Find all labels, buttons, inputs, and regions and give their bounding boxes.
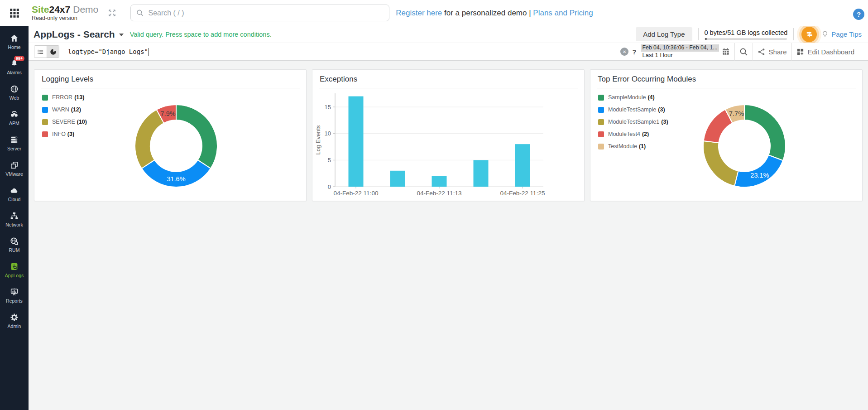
legend-label: SampleModule [608, 94, 646, 101]
sidebar-item-alarms[interactable]: 99+ Alarms [0, 54, 29, 80]
legend-count: (12) [71, 106, 81, 113]
guided-tour-icon[interactable] [801, 27, 817, 42]
legend-label: SEVERE [52, 119, 75, 125]
divider [734, 43, 735, 61]
sidebar-item-applogs[interactable]: AppLogs [0, 257, 29, 283]
sidebar-item-network[interactable]: Network [0, 207, 29, 232]
sidebar-item-server[interactable]: Server [0, 130, 29, 156]
svg-text:23.1%: 23.1% [750, 172, 769, 179]
register-here-link[interactable]: Register here [396, 9, 442, 17]
svg-text:04-Feb-22 11:25: 04-Feb-22 11:25 [500, 190, 545, 197]
edit-dashboard-button[interactable]: Edit Dashboard [796, 48, 854, 56]
top-error-modules-card: Top Error Occurring Modules SampleModule… [590, 69, 863, 201]
app-grid-icon[interactable] [9, 8, 20, 19]
site24x7-logo[interactable]: Site24x7Demo Read-only version [32, 5, 98, 21]
share-icon [758, 48, 765, 56]
query-status-text: Valid query. Press space to add more con… [130, 31, 272, 38]
legend-label: ModuleTest4 [608, 131, 640, 137]
sidebar-item-rum[interactable]: RUM [0, 232, 29, 257]
chevron-down-icon [119, 34, 124, 36]
help-icon[interactable]: ? [853, 9, 864, 20]
network-icon [10, 211, 19, 221]
calendar-icon[interactable] [722, 48, 730, 56]
share-button[interactable]: Share [758, 48, 787, 56]
svg-text:04-Feb-22 11:13: 04-Feb-22 11:13 [417, 190, 462, 197]
rum-icon [10, 236, 19, 246]
legend-count: (4) [647, 94, 654, 101]
logging-levels-donut-chart[interactable]: 31.6%7.9% [131, 101, 221, 191]
query-mode-toggle [34, 45, 59, 58]
legend-swatch [598, 95, 604, 101]
applogs-icon [10, 262, 19, 271]
readonly-label: Read-only version [32, 15, 98, 21]
plans-pricing-link[interactable]: Plans and Pricing [533, 9, 593, 17]
clear-query-icon[interactable]: ✕ [620, 48, 628, 56]
legend-swatch [42, 107, 48, 113]
global-search[interactable] [130, 5, 389, 21]
fullscreen-expand-icon[interactable] [108, 9, 116, 17]
query-help-icon[interactable]: ? [632, 48, 636, 56]
page-title-dropdown[interactable]: AppLogs - Search [34, 29, 124, 40]
legend-count: (3) [658, 106, 665, 113]
legend-item[interactable]: SampleModule(4) [598, 94, 668, 101]
add-log-type-button[interactable]: Add Log Type [636, 27, 692, 41]
vmware-icon [10, 160, 19, 170]
legend-item[interactable]: SEVERE(10) [42, 119, 87, 125]
legend-item[interactable]: ERROR(13) [42, 94, 87, 101]
legend-item[interactable]: ModuleTestSample1(3) [598, 119, 668, 125]
legend-label: TestModule [608, 143, 637, 150]
legend-label: INFO [52, 131, 66, 137]
legend-item[interactable]: WARN(12) [42, 106, 87, 113]
chart-view-icon[interactable] [47, 46, 59, 58]
card-title: Top Error Occurring Modules [598, 75, 696, 83]
legend-item[interactable]: INFO(3) [42, 131, 87, 137]
svg-text:7.9%: 7.9% [161, 110, 176, 117]
share-label: Share [769, 48, 787, 56]
logo-text: Site24x7Demo [32, 5, 98, 14]
home-icon [10, 34, 19, 43]
page-title: AppLogs - Search [34, 29, 115, 40]
lightbulb-icon [821, 30, 829, 38]
sidebar-item-home[interactable]: Home [0, 29, 29, 54]
legend-label: WARN [52, 106, 69, 113]
legend-label: ModuleTestSample1 [608, 119, 659, 125]
top-error-modules-donut-chart[interactable]: 23.1%7.7% [699, 101, 790, 191]
alarms-badge: 99+ [14, 56, 24, 61]
list-view-icon[interactable] [34, 46, 47, 58]
sidebar-nav: Home 99+ Alarms Web APM [0, 26, 29, 410]
svg-text:Log Events: Log Events [315, 125, 321, 155]
reports-icon [10, 287, 19, 297]
legend-swatch [42, 95, 48, 101]
legend-count: (3) [661, 119, 668, 125]
legend-item[interactable]: ModuleTestSample(3) [598, 106, 668, 113]
legend-item[interactable]: ModuleTest4(2) [598, 131, 668, 137]
svg-text:7.7%: 7.7% [729, 110, 744, 117]
time-range-picker[interactable]: Feb 04, 10:36:06 - Feb 04, 1... Last 1 H… [641, 44, 729, 59]
log-usage: 0 bytes/51 GB logs collected [705, 29, 788, 40]
sidebar-item-web[interactable]: Web [0, 80, 29, 105]
svg-text:10: 10 [325, 130, 331, 137]
edit-dashboard-icon [796, 48, 804, 56]
sidebar-item-apm[interactable]: APM [0, 105, 29, 130]
separator: | [529, 9, 531, 17]
legend-label: ERROR [52, 94, 72, 101]
sidebar-item-vmware[interactable]: VMware [0, 156, 29, 181]
legend-item[interactable]: TestModule(1) [598, 143, 668, 150]
server-icon [10, 135, 19, 145]
page-tips-link[interactable]: Page Tips [831, 30, 862, 38]
sidebar-item-admin[interactable]: Admin [0, 308, 29, 333]
exceptions-bar-chart[interactable]: 05101504-Feb-22 11:0004-Feb-22 11:1304-F… [312, 70, 585, 201]
legend-swatch [598, 107, 604, 113]
sidebar-item-reports[interactable]: Reports [0, 283, 29, 308]
svg-text:5: 5 [328, 157, 331, 164]
register-banner: Register here for a personalized demo | … [396, 9, 593, 18]
time-range-value: Feb 04, 10:36:06 - Feb 04, 1... [641, 44, 719, 51]
legend-swatch [598, 144, 604, 150]
chart-legend: SampleModule(4)ModuleTestSample(3)Module… [598, 94, 668, 155]
svg-text:31.6%: 31.6% [167, 175, 185, 183]
query-text: logtype="Django Logs" [68, 48, 148, 55]
query-input[interactable]: logtype="Django Logs" [68, 48, 149, 56]
sidebar-item-cloud[interactable]: Cloud [0, 181, 29, 207]
global-search-input[interactable] [148, 9, 384, 17]
search-submit-icon[interactable] [739, 48, 748, 56]
